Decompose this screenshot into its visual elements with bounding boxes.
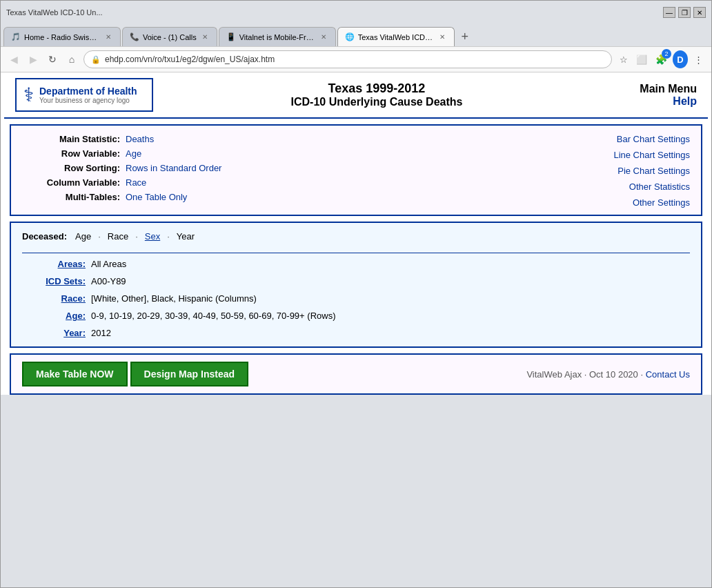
navigation-bar: ◀ ▶ ↻ ⌂ 🔒 ehdp.com/vn/ro/txu1/eg2/dgw/en… (1, 46, 711, 72)
settings-row: Row Sorting: Rows in Standard Order (22, 163, 690, 173)
deceased-dot-1: · (98, 231, 101, 242)
header-title-line2: ICD-10 Underlying Cause Deaths (153, 96, 600, 108)
settings-row-label: Multi-Tables: (22, 192, 126, 202)
deceased-race: Race (108, 231, 128, 242)
settings-right-link[interactable]: Other Settings (633, 197, 690, 208)
settings-row: Multi-Tables: One Table Only (22, 192, 690, 202)
header-center: Texas 1999-2012 ICD-10 Underlying Cause … (153, 81, 600, 108)
bookmark-button[interactable]: ☆ (616, 52, 631, 67)
logo-text-container: Department of Health Your business or ag… (39, 86, 137, 105)
tab-label-texas: Texas VitalWeb ICD-10 Un... (358, 33, 434, 41)
page-header: ⚕ Department of Health Your business or … (4, 72, 708, 119)
header-right: Main Menu Help (600, 83, 697, 108)
footer-bar: Make Table NOW Design Map Instead VitalW… (10, 353, 702, 395)
settings-row-label: Row Sorting: (22, 163, 126, 173)
settings-row: Column Variable: Race (22, 177, 690, 188)
panel-divider (22, 253, 690, 253)
tab-icon-radio: 🎵 (11, 32, 21, 42)
tab-texas-vitalweb[interactable]: 🌐 Texas VitalWeb ICD-10 Un... ✕ (337, 27, 455, 46)
address-text: ehdp.com/vn/ro/txu1/eg2/dgw/en_US/ajax.h… (105, 55, 275, 64)
data-panel-row: ICD Sets: A00-Y89 (22, 276, 690, 286)
help-link[interactable]: Help (673, 95, 697, 107)
data-row-label[interactable]: Race: (22, 293, 91, 304)
lock-icon: 🔒 (91, 55, 101, 64)
restore-button[interactable]: ❐ (678, 7, 691, 18)
tab-icon-vitalnet: 📱 (226, 32, 236, 42)
settings-right-link[interactable]: Other Statistics (629, 182, 690, 192)
tab-close-voice[interactable]: ✕ (200, 32, 210, 42)
make-table-button[interactable]: Make Table NOW (22, 362, 128, 386)
data-row-value: A00-Y89 (91, 276, 126, 286)
new-tab-button[interactable]: + (456, 27, 474, 46)
settings-right-link[interactable]: Bar Chart Settings (617, 134, 690, 144)
footer-info-text: VitalWeb Ajax · Oct 10 2020 · (526, 369, 643, 380)
data-row-value: All Areas (91, 259, 126, 269)
tab-vitalnet[interactable]: 📱 Vitalnet is Mobile-Friendly ✕ (219, 27, 336, 46)
tab-label-vitalnet: Vitalnet is Mobile-Friendly (239, 33, 315, 41)
settings-row-value[interactable]: One Table Only (126, 192, 187, 202)
tab-radio-swiss[interactable]: 🎵 Home - Radio Swiss Classic ✕ (3, 27, 121, 46)
screenshot-button[interactable]: ⬜ (634, 52, 649, 67)
tab-close-vitalnet[interactable]: ✕ (319, 32, 328, 42)
tab-icon-texas: 🌐 (345, 32, 355, 42)
tab-close-texas[interactable]: ✕ (437, 32, 447, 42)
close-button[interactable]: ✕ (693, 7, 706, 18)
settings-panel: Main Statistic: Deaths Row Variable: Age… (10, 124, 702, 216)
settings-right-link[interactable]: Line Chart Settings (613, 150, 690, 160)
main-menu-label: Main Menu (600, 83, 697, 95)
deceased-age: Age (75, 231, 91, 242)
data-row-label[interactable]: ICD Sets: (22, 276, 91, 286)
settings-row: Main Statistic: Deaths (22, 134, 690, 144)
settings-row-label: Column Variable: (22, 177, 126, 188)
profile-button[interactable]: D (673, 52, 688, 67)
extensions-button[interactable]: 🧩 2 (652, 50, 670, 68)
tab-icon-voice: 📞 (130, 32, 139, 42)
browser-window: Texas VitalWeb ICD-10 Un... — ❐ ✕ 🎵 Home… (0, 0, 712, 588)
header-title-line1: Texas 1999-2012 (153, 81, 600, 96)
design-map-button[interactable]: Design Map Instead (130, 362, 248, 386)
data-row-label[interactable]: Areas: (22, 259, 91, 269)
data-panel-row: Age: 0-9, 10-19, 20-29, 30-39, 40-49, 50… (22, 311, 690, 321)
page-content: ⚕ Department of Health Your business or … (1, 72, 711, 395)
settings-row-value[interactable]: Race (126, 177, 146, 188)
tab-voice[interactable]: 📞 Voice - (1) Calls ✕ (122, 27, 217, 46)
settings-right-links: Bar Chart SettingsLine Chart SettingsPie… (613, 134, 690, 208)
settings-right-link[interactable]: Pie Chart Settings (617, 166, 690, 176)
contact-us-link[interactable]: Contact Us (646, 369, 690, 380)
reload-button[interactable]: ↻ (45, 52, 60, 67)
settings-row-value[interactable]: Deaths (126, 134, 154, 144)
title-bar: Texas VitalWeb ICD-10 Un... — ❐ ✕ (1, 1, 711, 24)
action-buttons: Make Table NOW Design Map Instead (22, 362, 248, 386)
settings-row-value[interactable]: Rows in Standard Order (126, 163, 221, 173)
deceased-dot-3: · (167, 231, 170, 242)
data-row-value: [White, Other], Black, Hispanic (Columns… (91, 293, 257, 304)
main-container: ⚕ Department of Health Your business or … (4, 72, 708, 395)
settings-row-label: Main Statistic: (22, 134, 126, 144)
deceased-row: Deceased: Age · Race · Sex · Year (22, 231, 690, 242)
settings-row-value[interactable]: Age (126, 148, 141, 159)
window-controls: — ❐ ✕ (663, 7, 706, 18)
deceased-sex-link[interactable]: Sex (145, 231, 160, 242)
forward-button[interactable]: ▶ (26, 52, 41, 67)
tab-label-voice: Voice - (1) Calls (143, 33, 197, 41)
settings-rows: Main Statistic: Deaths Row Variable: Age… (22, 134, 690, 202)
data-row-label[interactable]: Age: (22, 311, 91, 321)
data-row-label[interactable]: Year: (22, 328, 91, 338)
deceased-dot-2: · (135, 231, 138, 242)
address-bar[interactable]: 🔒 ehdp.com/vn/ro/txu1/eg2/dgw/en_US/ajax… (83, 50, 612, 68)
tab-close-radio[interactable]: ✕ (103, 32, 113, 42)
data-panel-row: Race: [White, Other], Black, Hispanic (C… (22, 293, 690, 304)
tab-label-radio: Home - Radio Swiss Classic (24, 33, 100, 41)
data-panel-row: Year: 2012 (22, 328, 690, 338)
menu-button[interactable]: ⋮ (691, 52, 706, 67)
data-row-value: 0-9, 10-19, 20-29, 30-39, 40-49, 50-59, … (91, 311, 335, 321)
back-button[interactable]: ◀ (6, 52, 21, 67)
home-button[interactable]: ⌂ (64, 52, 79, 67)
data-panel: Deceased: Age · Race · Sex · Year Areas:… (10, 222, 702, 348)
data-row-value: 2012 (91, 328, 111, 338)
profile-avatar: D (673, 50, 688, 68)
tab-label-active: Texas VitalWeb ICD-10 Un... (6, 8, 103, 17)
settings-row-label: Row Variable: (22, 148, 126, 159)
minimize-button[interactable]: — (663, 7, 675, 18)
footer-info: VitalWeb Ajax · Oct 10 2020 · Contact Us (526, 369, 690, 380)
